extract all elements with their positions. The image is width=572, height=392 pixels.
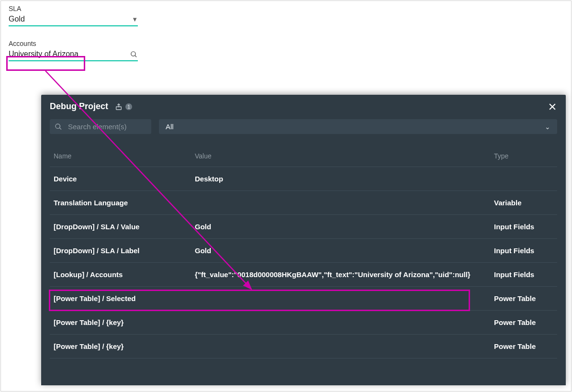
table-row[interactable]: [DropDown] / SLA / LabelGoldInput Fields	[50, 239, 557, 263]
row-value	[191, 311, 490, 335]
row-name: Translation Language	[50, 191, 191, 215]
form-area: SLA Gold ▼ Accounts University of Arizon…	[0, 0, 572, 79]
debug-table-scroll[interactable]: Name Value Type DeviceDesktopTranslation…	[41, 141, 566, 385]
table-row[interactable]: [Lookup] / Accounts{"ft_value":"0018d000…	[50, 263, 557, 287]
debug-panel: Debug Project 1 All ⌄	[41, 95, 566, 385]
sla-value: Gold	[9, 15, 25, 23]
accounts-label: Accounts	[9, 40, 138, 47]
filter-dropdown[interactable]: All ⌄	[159, 119, 557, 134]
table-row[interactable]: [Power Table] / {key}Power Table	[50, 311, 557, 335]
row-name: [Lookup] / Accounts	[50, 263, 191, 287]
row-name: [Power Table] / {key}	[50, 311, 191, 335]
sla-dropdown[interactable]: Gold ▼	[9, 13, 138, 26]
table-row[interactable]: [Power Table] / {key}Power Table	[50, 335, 557, 358]
row-type: Input Fields	[490, 215, 557, 239]
col-header-value: Value	[191, 141, 490, 167]
row-name: [Power Table] / Selected	[50, 287, 191, 311]
svg-line-1	[135, 55, 136, 56]
row-type: Power Table	[490, 335, 557, 358]
table-row[interactable]: Translation LanguageVariable	[50, 191, 557, 215]
debug-table: Name Value Type DeviceDesktopTranslation…	[50, 141, 557, 358]
row-value	[191, 191, 490, 215]
table-row[interactable]: DeviceDesktop	[50, 167, 557, 191]
row-type: Variable	[490, 191, 557, 215]
table-header-row: Name Value Type	[50, 141, 557, 167]
col-header-type: Type	[490, 141, 557, 167]
row-type: Power Table	[490, 287, 557, 311]
row-value: Desktop	[191, 167, 490, 191]
accounts-lookup[interactable]: University of Arizona	[9, 48, 138, 61]
debug-header: Debug Project 1	[41, 95, 566, 117]
filter-value: All	[166, 123, 174, 131]
row-value: {"ft_value":"0018d000008HKgBAAW","ft_tex…	[191, 263, 490, 287]
share-control[interactable]: 1	[115, 103, 132, 111]
accounts-value: University of Arizona	[9, 50, 79, 58]
share-badge: 1	[125, 103, 132, 110]
chevron-down-icon: ⌄	[545, 123, 550, 131]
search-input[interactable]	[67, 122, 146, 131]
row-value	[191, 287, 490, 311]
row-value: Gold	[191, 215, 490, 239]
row-name: [DropDown] / SLA / Label	[50, 239, 191, 263]
sla-label: SLA	[9, 5, 138, 12]
sla-field: SLA Gold ▼	[9, 5, 138, 26]
table-row[interactable]: [Power Table] / SelectedPower Table	[50, 287, 557, 311]
share-icon	[115, 103, 123, 111]
table-row[interactable]: [DropDown] / SLA / ValueGoldInput Fields	[50, 215, 557, 239]
row-name: Device	[50, 167, 191, 191]
row-type	[490, 167, 557, 191]
close-button[interactable]	[548, 102, 557, 112]
row-type: Input Fields	[490, 263, 557, 287]
debug-filters: All ⌄	[41, 117, 566, 141]
row-value: Gold	[191, 239, 490, 263]
row-type: Power Table	[490, 311, 557, 335]
col-header-name: Name	[50, 141, 191, 167]
chevron-down-icon: ▼	[132, 16, 138, 23]
debug-title: Debug Project	[50, 101, 108, 112]
row-value	[191, 335, 490, 358]
row-name: [Power Table] / {key}	[50, 335, 191, 358]
search-input-wrapper[interactable]	[50, 119, 151, 134]
search-icon	[130, 50, 138, 58]
row-type: Input Fields	[490, 239, 557, 263]
svg-point-0	[131, 51, 135, 56]
accounts-field: Accounts University of Arizona	[9, 40, 138, 61]
row-name: [DropDown] / SLA / Value	[50, 215, 191, 239]
search-icon	[55, 123, 62, 131]
